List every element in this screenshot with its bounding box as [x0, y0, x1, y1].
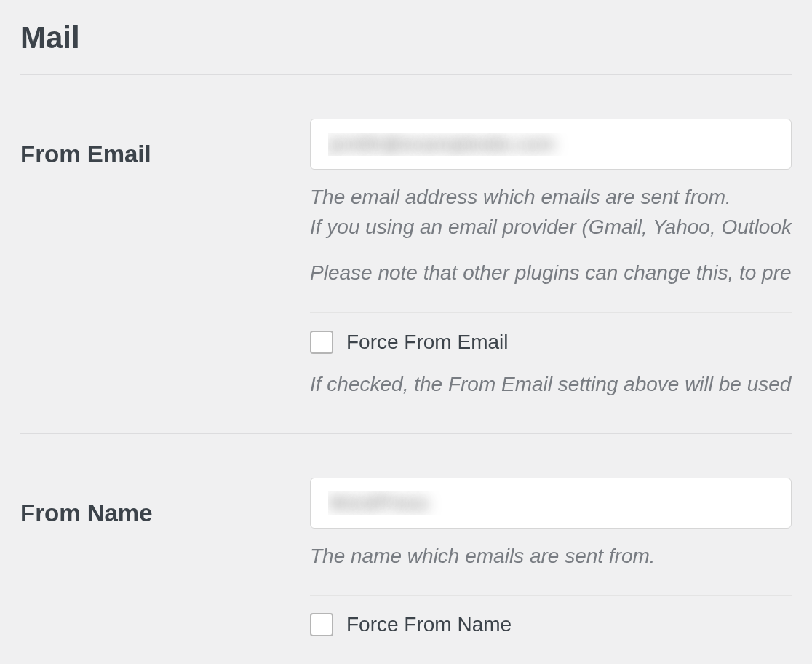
- force-from-email-row: Force From Email: [310, 331, 792, 354]
- from-email-field-col: The email address which emails are sent …: [310, 119, 792, 398]
- force-from-email-checkbox[interactable]: [310, 331, 333, 354]
- from-email-label-col: From Email: [20, 119, 310, 398]
- from-email-hint-1: The email address which emails are sent …: [310, 183, 792, 211]
- from-name-input[interactable]: [310, 478, 792, 529]
- from-email-hint-3: Please note that other plugins can chang…: [310, 258, 792, 287]
- section-title: Mail: [20, 0, 792, 74]
- from-email-inner-divider: [310, 312, 792, 313]
- from-name-label-col: From Name: [20, 478, 310, 636]
- from-email-input[interactable]: [310, 119, 792, 170]
- from-name-row: From Name The name which emails are sent…: [20, 434, 792, 636]
- force-from-email-label: Force From Email: [346, 331, 508, 354]
- from-name-field-col: The name which emails are sent from. For…: [310, 478, 792, 636]
- force-from-name-label: Force From Name: [346, 613, 512, 636]
- force-from-name-row: Force From Name: [310, 613, 792, 636]
- from-name-hint: The name which emails are sent from.: [310, 542, 792, 570]
- from-name-label: From Name: [20, 499, 310, 527]
- from-email-label: From Email: [20, 141, 310, 168]
- force-from-email-hint: If checked, the From Email setting above…: [310, 370, 792, 398]
- force-from-name-checkbox[interactable]: [310, 613, 333, 636]
- from-email-row: From Email The email address which email…: [20, 75, 792, 434]
- from-name-inner-divider: [310, 595, 792, 596]
- from-email-hint-2: If you using an email provider (Gmail, Y…: [310, 213, 792, 241]
